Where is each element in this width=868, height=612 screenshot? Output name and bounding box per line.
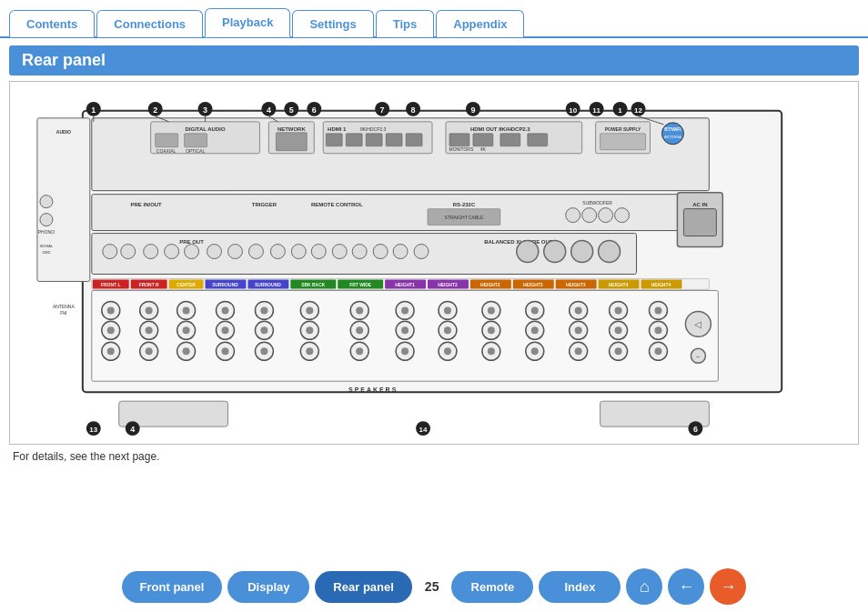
svg-text:6: 6 (312, 105, 317, 115)
svg-rect-5 (185, 134, 207, 147)
page-number: 25 (418, 579, 447, 594)
svg-point-148 (401, 347, 409, 355)
svg-point-199 (40, 214, 53, 226)
tab-contents[interactable]: Contents (9, 10, 95, 37)
svg-point-40 (566, 208, 580, 223)
svg-point-60 (291, 245, 306, 259)
svg-text:GND: GND (42, 250, 50, 255)
svg-rect-4 (156, 134, 178, 147)
svg-point-144 (401, 306, 409, 314)
tab-connections[interactable]: Connections (96, 10, 203, 37)
svg-text:OPTICAL: OPTICAL (186, 148, 205, 154)
svg-text:PRE IN/OUT: PRE IN/OUT (131, 202, 163, 207)
svg-point-68 (544, 241, 566, 263)
svg-text:ANTENNA: ANTENNA (53, 304, 75, 309)
svg-text:12: 12 (634, 106, 642, 115)
svg-point-174 (615, 306, 622, 314)
svg-rect-17 (386, 134, 402, 146)
svg-text:4: 4 (267, 105, 271, 115)
svg-text:FRONT L: FRONT L (101, 282, 121, 287)
svg-point-54 (165, 245, 179, 259)
svg-rect-21 (449, 134, 469, 146)
svg-point-178 (615, 347, 622, 355)
svg-point-59 (270, 245, 285, 259)
svg-text:1: 1 (91, 105, 96, 115)
svg-point-156 (488, 306, 495, 314)
svg-point-198 (40, 196, 53, 208)
svg-text:◁: ◁ (694, 319, 701, 329)
tab-playback[interactable]: Playback (205, 8, 290, 37)
svg-text:9: 9 (470, 105, 475, 115)
svg-text:2: 2 (153, 105, 157, 115)
svg-point-51 (103, 245, 117, 259)
svg-text:COAXIAL: COAXIAL (156, 148, 177, 154)
svg-text:TRIGGER: TRIGGER (252, 202, 278, 207)
svg-text:SIGNAL: SIGNAL (40, 244, 54, 248)
svg-point-124 (222, 347, 229, 355)
svg-rect-14 (326, 134, 342, 146)
svg-point-42 (599, 208, 613, 223)
index-button[interactable]: Index (539, 571, 621, 603)
svg-text:BT/WiFi: BT/WiFi (664, 126, 681, 132)
svg-text:DIGITAL AUDIO: DIGITAL AUDIO (186, 126, 226, 132)
svg-text:RS-232C: RS-232C (453, 202, 476, 207)
svg-point-146 (401, 326, 409, 334)
svg-point-110 (146, 326, 153, 334)
svg-point-69 (571, 241, 593, 263)
svg-point-172 (575, 347, 582, 355)
svg-text:7: 7 (380, 105, 385, 115)
svg-point-184 (654, 347, 661, 355)
svg-point-128 (260, 326, 267, 334)
svg-point-134 (306, 326, 313, 334)
svg-point-67 (517, 241, 539, 263)
svg-text:SURROUND: SURROUND (255, 282, 281, 287)
svg-point-41 (582, 208, 597, 223)
svg-point-168 (575, 306, 582, 314)
tab-appendix[interactable]: Appendix (436, 10, 524, 37)
svg-text:NETWORK: NETWORK (278, 126, 307, 132)
svg-text:8K/HDCP2.3: 8K/HDCP2.3 (360, 126, 387, 132)
svg-point-56 (207, 245, 222, 259)
svg-rect-16 (366, 134, 382, 146)
svg-text:SUBWOOFER: SUBWOOFER (582, 200, 612, 206)
svg-text:HEIGHT4: HEIGHT4 (609, 282, 629, 287)
svg-rect-47 (683, 209, 716, 236)
svg-text:CENTER: CENTER (177, 282, 196, 287)
home-button[interactable]: ⌂ (626, 568, 662, 605)
svg-point-176 (615, 326, 622, 334)
display-button[interactable]: Display (227, 571, 309, 603)
svg-text:PRE OUT: PRE OUT (179, 239, 204, 245)
front-panel-button[interactable]: Front panel (122, 571, 223, 603)
svg-text:PHONO: PHONO (38, 229, 55, 235)
back-button[interactable]: ← (668, 568, 704, 605)
svg-text:HEIGHT2: HEIGHT2 (438, 282, 458, 287)
svg-point-65 (393, 245, 408, 259)
svg-point-170 (575, 326, 582, 334)
svg-point-150 (444, 306, 451, 314)
svg-point-112 (146, 347, 153, 355)
svg-text:HEIGHT3: HEIGHT3 (566, 282, 586, 287)
svg-point-126 (260, 306, 267, 314)
svg-point-114 (183, 306, 190, 314)
svg-point-62 (332, 245, 347, 259)
svg-text:SURROUND: SURROUND (212, 282, 238, 287)
svg-rect-18 (406, 134, 422, 146)
tab-tips[interactable]: Tips (376, 10, 435, 37)
svg-text:HDMI OUT 8K/HDCP2.3: HDMI OUT 8K/HDCP2.3 (470, 126, 530, 132)
section-title: Rear panel (9, 45, 859, 75)
svg-point-136 (306, 347, 313, 355)
svg-text:4K: 4K (480, 146, 487, 152)
svg-point-138 (356, 306, 363, 314)
svg-text:AC IN: AC IN (692, 202, 707, 207)
remote-button[interactable]: Remote (451, 571, 533, 603)
svg-rect-29 (601, 134, 646, 150)
svg-point-152 (444, 326, 451, 334)
svg-point-122 (222, 326, 229, 334)
tab-settings[interactable]: Settings (292, 10, 373, 37)
rear-panel-button[interactable]: Rear panel (315, 571, 411, 603)
svg-point-102 (107, 306, 115, 314)
svg-point-180 (654, 306, 661, 314)
forward-button[interactable]: → (710, 568, 746, 605)
svg-point-182 (654, 326, 661, 334)
svg-text:14: 14 (419, 426, 428, 434)
